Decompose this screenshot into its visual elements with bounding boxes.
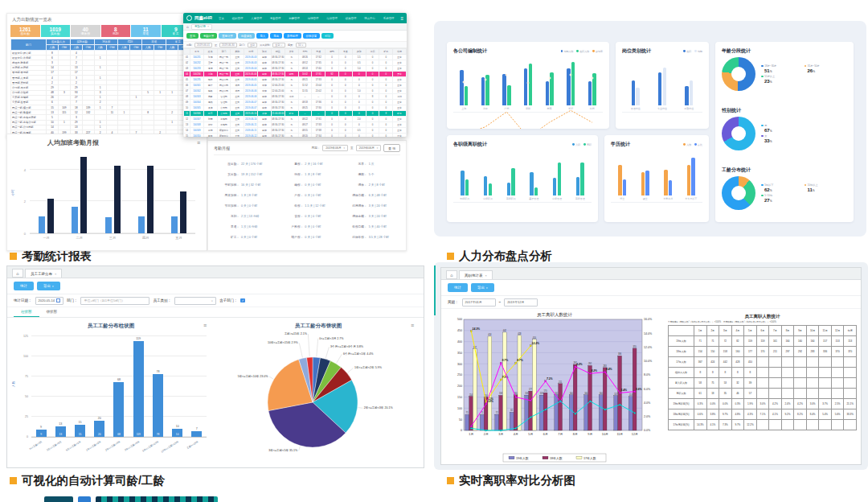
- filter-input[interactable]: 全部: [248, 43, 257, 47]
- period-from-input[interactable]: 2017年01月: [462, 298, 496, 307]
- period-from-select[interactable]: 2019年06月▾: [322, 145, 348, 151]
- legend-label: 男: [764, 124, 767, 127]
- cell: 正常: [393, 55, 407, 60]
- cell: 71: [694, 336, 707, 347]
- card-title: 各职级离职统计: [453, 141, 487, 148]
- nav-item[interactable]: 招聘管理: [308, 17, 319, 20]
- chart-menu-icon[interactable]: ≡: [203, 323, 207, 328]
- window-tabbar: ⌂ 员工工龄分布×: [7, 266, 424, 278]
- cell: 白班: [258, 100, 272, 105]
- svg-text:157: 157: [614, 393, 618, 396]
- calendar-icon: [56, 298, 60, 302]
- toolbar-button[interactable]: 考勤计算: [200, 33, 218, 39]
- subtab-pie-chart[interactable]: 饼状图: [39, 308, 65, 317]
- date-input[interactable]: 2020-05-14: [35, 297, 63, 305]
- table-row: 01100231张伟网点一部正式2019-06-03白班08:30-17:30无…: [184, 55, 407, 60]
- svg-text:16.0%: 16.0%: [644, 318, 653, 321]
- metric-label: 年假总额：: [342, 224, 367, 228]
- stat-button[interactable]: 统计: [448, 283, 468, 292]
- nav-item[interactable]: 绩效管理: [346, 17, 357, 20]
- nav-item[interactable]: 组织管理: [232, 17, 244, 20]
- cell: 18: [706, 389, 719, 399]
- nav-item[interactable]: 系统管理: [383, 17, 395, 20]
- query-button[interactable]: 查 询: [383, 144, 400, 152]
- nav-item[interactable]: 人事管理: [251, 17, 262, 20]
- chart-menu-icon[interactable]: ≡: [197, 140, 200, 146]
- close-icon[interactable]: ×: [485, 274, 487, 278]
- cell: 网点二部: [217, 88, 231, 94]
- bars: [546, 153, 569, 195]
- export-button[interactable]: 导出▾: [471, 283, 494, 292]
- nav-item[interactable]: 培训管理: [326, 17, 338, 20]
- toolbar-button[interactable]: 查询: [186, 33, 199, 39]
- nav-item[interactable]: 报表中心: [364, 17, 375, 20]
- tab-turnover-stats[interactable]: 离职统计表×: [459, 270, 493, 279]
- export-button[interactable]: 导出▾: [37, 282, 60, 290]
- include-sub-checkbox[interactable]: ✓: [240, 298, 245, 303]
- cell: 0: [379, 100, 393, 105]
- svg-text:428: 428: [518, 332, 522, 335]
- cell: 0: [379, 94, 393, 100]
- filter-input[interactable]: 2019-06-30: [219, 43, 237, 47]
- toolbar-button[interactable]: 重新计算: [219, 33, 236, 39]
- cell: 正常: [393, 122, 407, 128]
- cell: 08:30-17:30: [271, 128, 285, 134]
- toolbar-button[interactable]: 异常处理: [284, 33, 301, 39]
- cell: 100305: [190, 105, 204, 111]
- close-icon[interactable]: ×: [207, 25, 209, 28]
- cell: [794, 368, 807, 378]
- tab-tenure-distribution[interactable]: 员工工龄分布×: [25, 269, 62, 278]
- toolbar-button[interactable]: 排班设置: [303, 33, 321, 39]
- x-label: 一月: [30, 236, 63, 240]
- nav-item[interactable]: 考勤管理: [270, 17, 281, 20]
- period-to-select[interactable]: 2019年06月▾: [356, 145, 382, 151]
- cell: 正常: [393, 100, 407, 105]
- home-icon[interactable]: ⌂: [186, 25, 189, 29]
- period-to-input[interactable]: 2019年12月: [504, 298, 538, 307]
- filter-input[interactable]: 2019-06-01: [194, 43, 212, 47]
- column-group-header: 请休假: [94, 39, 118, 45]
- type-select[interactable]: ∨: [174, 297, 216, 305]
- row-label: 19年离职率(%): [669, 399, 694, 409]
- chart-menu-icon[interactable]: ≡: [411, 323, 414, 328]
- y-tick: 75: [25, 375, 28, 378]
- toolbar-button[interactable]: 导出: [270, 33, 282, 39]
- menu-icon[interactable]: ≡: [400, 16, 403, 21]
- cell: 160: [781, 336, 794, 347]
- cell: 177: [744, 347, 757, 357]
- filter-input[interactable]: 50 ∨: [296, 43, 306, 47]
- toolbar-button[interactable]: 导入: [256, 33, 268, 39]
- cell: 8: [719, 368, 732, 378]
- dept-input[interactable]: 单位+部门（如1单位5部门）: [80, 297, 149, 305]
- nav-item[interactable]: 薪酬管理: [289, 17, 300, 20]
- nav-item[interactable]: 首页: [219, 17, 224, 20]
- cell: 0: [352, 94, 366, 100]
- cell: 283: [806, 347, 819, 357]
- cell: 0.5: [352, 128, 366, 134]
- donut-row: 18岁~30岁51%31岁~50岁26%51岁以上23%: [722, 57, 847, 91]
- toolbar-button[interactable]: 批量修改: [238, 33, 256, 39]
- home-icon[interactable]: ⌂: [446, 270, 457, 279]
- cell: 研发中心: [217, 128, 231, 134]
- bar-group: 专业岗位: [649, 60, 675, 112]
- cell: 100303: [190, 94, 204, 100]
- column-header: 状态: [393, 49, 407, 55]
- legend-dot: [805, 65, 807, 68]
- cell: 35: [719, 389, 732, 399]
- legend-label: 31岁~50岁: [808, 64, 820, 68]
- turnover-panel: ⌂ 离职统计表× 统计 导出▾ 周期： 2017年01月 ~ 2019年12月 …: [434, 262, 868, 470]
- close-icon[interactable]: ×: [55, 272, 56, 276]
- cell: [769, 420, 782, 430]
- cell: 2019-06-03: [244, 60, 258, 66]
- filter-input[interactable]: 全部 ∨: [272, 43, 285, 47]
- cell: 8: [694, 368, 707, 378]
- home-icon[interactable]: ⌂: [12, 269, 23, 278]
- table-row: 新入职人数5875533239: [669, 378, 857, 389]
- metric-row: 陪产假：0 天 | 0 小时: [277, 232, 336, 242]
- toolbar-button[interactable]: 打印: [321, 33, 334, 39]
- bar: [507, 183, 511, 195]
- stat-button[interactable]: 统计: [14, 282, 34, 290]
- subtab-bar-chart[interactable]: 柱状图: [14, 308, 39, 317]
- table-row: 06100301杨洋网点二部试用2019-06-05中班12:00-21:00无…: [184, 83, 407, 88]
- tab-attendance-records[interactable]: 考勤记录×: [191, 24, 212, 30]
